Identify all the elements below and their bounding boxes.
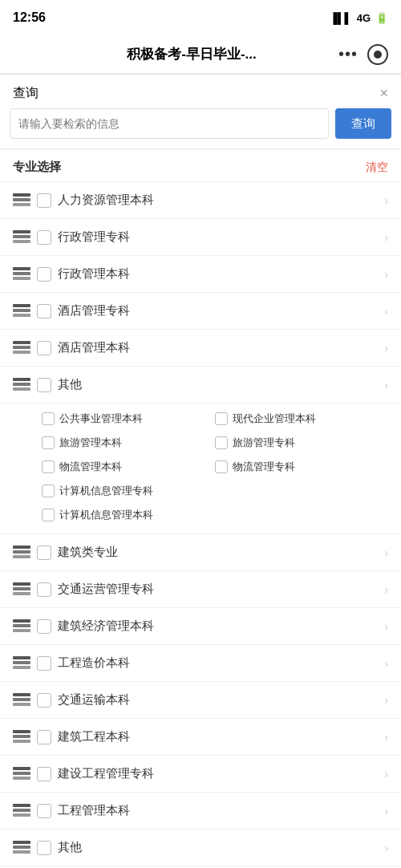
sub-label: 现代企业管理本科	[233, 412, 316, 426]
item-label: 建设工程管理专科	[58, 766, 381, 781]
list-item[interactable]: 建筑工程本科 ›	[0, 718, 401, 755]
chevron-right-icon: ›	[384, 583, 388, 596]
sub-checkbox[interactable]	[215, 436, 228, 449]
item-label: 交通运营管理专科	[58, 582, 381, 597]
checkbox[interactable]	[37, 693, 51, 708]
search-header: 查询 ×	[0, 75, 401, 108]
sub-label: 物流管理本科	[59, 460, 122, 474]
sub-checkbox[interactable]	[42, 509, 55, 521]
list-item[interactable]: 建筑经济管理本科 ›	[0, 607, 401, 644]
checkbox[interactable]	[37, 304, 51, 318]
sub-checkbox[interactable]	[42, 412, 55, 425]
list-item-other-2[interactable]: 其他 ›	[0, 829, 401, 866]
list-item[interactable]: 酒店管理专科 ›	[0, 292, 401, 329]
close-icon[interactable]: ×	[379, 85, 388, 102]
search-row: 查询	[0, 108, 401, 148]
sub-checkbox[interactable]	[42, 460, 55, 473]
item-label: 其他	[58, 840, 381, 855]
item-label: 其他	[58, 377, 381, 392]
sub-checkbox[interactable]	[215, 460, 228, 473]
status-icons: ▐▌▌ 4G 🔋	[330, 12, 388, 24]
chevron-right-icon: ›	[384, 694, 388, 707]
list-item[interactable]: 交通运营管理专科 ›	[0, 570, 401, 607]
stack-icon	[13, 619, 30, 634]
sub-item[interactable]: 物流管理本科	[42, 455, 215, 479]
signal-icon: ▐▌▌	[330, 12, 352, 24]
status-bar: 12:56 ▐▌▌ 4G 🔋	[0, 0, 401, 35]
stack-icon	[13, 304, 30, 318]
checkbox[interactable]	[37, 546, 51, 560]
more-options-icon[interactable]: •••	[338, 45, 358, 63]
sub-item[interactable]: 公共事业管理本科	[42, 407, 215, 431]
chevron-right-icon: ›	[384, 805, 388, 817]
chevron-right-icon: ›	[384, 842, 388, 854]
sub-item[interactable]: 计算机信息管理本科	[42, 503, 215, 527]
checkbox[interactable]	[37, 341, 51, 355]
list-item-other-1[interactable]: 其他 ›	[0, 366, 401, 403]
list-item[interactable]: 工程管理本科 ›	[0, 792, 401, 829]
sub-item[interactable]: 旅游管理专科	[215, 431, 388, 455]
stack-icon	[13, 193, 30, 208]
clear-button[interactable]: 清空	[366, 160, 388, 175]
item-label: 建筑经济管理本科	[58, 619, 381, 634]
chevron-right-icon: ›	[384, 768, 388, 781]
list-item[interactable]: 酒店管理本科 ›	[0, 329, 401, 366]
sub-col-left: 公共事业管理本科 旅游管理本科 物流管理本科 计算机信息管理专科 计算机信息管理…	[42, 407, 215, 527]
chevron-right-icon: ›	[384, 231, 388, 244]
nav-title: 积极备考-早日毕业-...	[45, 45, 338, 63]
list-item[interactable]: 行政管理专科 ›	[0, 218, 401, 255]
checkbox[interactable]	[37, 804, 51, 818]
sub-label: 计算机信息管理本科	[59, 508, 153, 522]
search-button[interactable]: 查询	[335, 108, 391, 139]
list-item-construction[interactable]: 建筑类专业 ›	[0, 533, 401, 570]
status-time: 12:56	[13, 10, 46, 25]
item-label: 建筑类专业	[58, 545, 381, 560]
sub-checkbox[interactable]	[42, 485, 55, 497]
chevron-right-icon: ›	[384, 620, 388, 633]
list-item[interactable]: 建设工程管理专科 ›	[0, 755, 401, 792]
sub-item[interactable]: 现代企业管理本科	[215, 407, 388, 431]
search-input[interactable]	[10, 108, 329, 139]
stack-icon	[13, 693, 30, 708]
checkbox[interactable]	[37, 267, 51, 282]
item-label: 工程管理本科	[58, 803, 381, 818]
stack-icon	[13, 378, 30, 392]
record-inner	[374, 51, 382, 59]
checkbox[interactable]	[37, 656, 51, 671]
nav-actions: •••	[338, 44, 388, 65]
sub-label: 公共事业管理本科	[59, 412, 143, 426]
sub-item[interactable]: 旅游管理本科	[42, 431, 215, 455]
list-item[interactable]: 人力资源管理本科 ›	[0, 181, 401, 218]
record-button[interactable]	[367, 44, 388, 65]
sub-items-other-1: 公共事业管理本科 旅游管理本科 物流管理本科 计算机信息管理专科 计算机信息管理…	[0, 403, 401, 533]
stack-icon	[13, 804, 30, 818]
checkbox[interactable]	[37, 230, 51, 245]
item-label: 工程造价本科	[58, 655, 381, 671]
search-panel: 查询 × 查询	[0, 75, 401, 148]
section-title: 专业选择	[13, 160, 61, 175]
sub-checkbox[interactable]	[215, 412, 228, 425]
sub-item[interactable]: 物流管理专科	[215, 455, 388, 479]
stack-icon	[13, 767, 30, 781]
item-label: 行政管理专科	[58, 229, 381, 245]
search-header-label: 查询	[13, 85, 38, 102]
checkbox[interactable]	[37, 193, 51, 208]
checkbox[interactable]	[37, 378, 51, 392]
list-item[interactable]: 行政管理本科 ›	[0, 255, 401, 292]
chevron-right-icon: ›	[384, 305, 388, 318]
item-label: 交通运输本科	[58, 692, 381, 708]
checkbox[interactable]	[37, 730, 51, 744]
battery-icon: 🔋	[375, 12, 388, 24]
stack-icon	[13, 582, 30, 597]
checkbox[interactable]	[37, 582, 51, 597]
chevron-right-icon: ›	[384, 194, 388, 207]
sub-label: 旅游管理专科	[233, 436, 295, 450]
checkbox[interactable]	[37, 619, 51, 634]
chevron-right-icon: ›	[384, 268, 388, 281]
checkbox[interactable]	[37, 841, 51, 855]
sub-checkbox[interactable]	[42, 436, 55, 449]
checkbox[interactable]	[37, 767, 51, 781]
list-item[interactable]: 工程造价本科 ›	[0, 644, 401, 681]
list-item[interactable]: 交通运输本科 ›	[0, 681, 401, 718]
sub-item[interactable]: 计算机信息管理专科	[42, 479, 215, 503]
